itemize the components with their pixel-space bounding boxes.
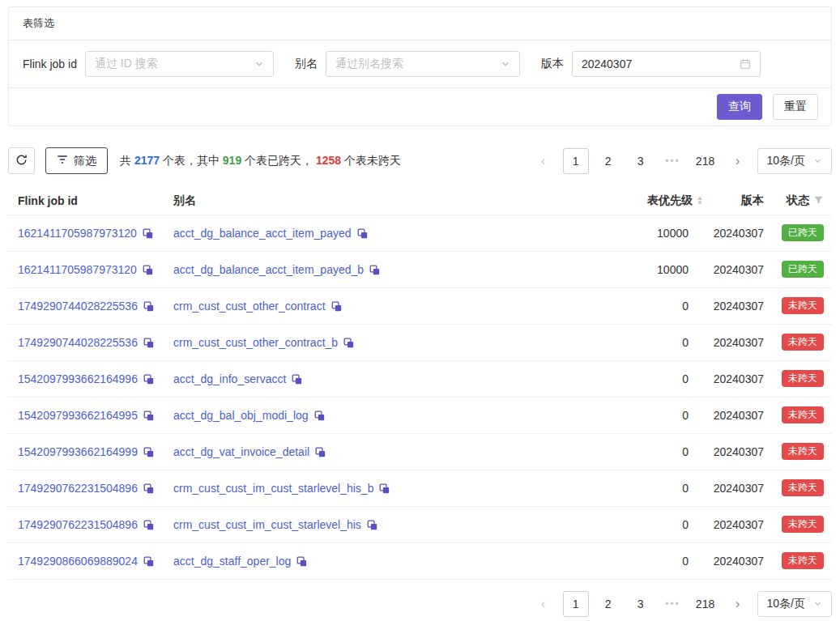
page-button-last[interactable]: 218 bbox=[693, 148, 718, 174]
prev-page-button[interactable]: ‹ bbox=[531, 148, 556, 174]
next-page-button[interactable]: › bbox=[725, 148, 751, 174]
column-priority-label: 表优先级 bbox=[647, 194, 693, 208]
summary-part: 共 bbox=[120, 154, 134, 167]
alias-link[interactable]: acct_dg_info_servacct bbox=[173, 372, 286, 385]
page-button-2[interactable]: 2 bbox=[595, 591, 621, 617]
version-value: 20240307 bbox=[705, 215, 765, 251]
alias-link[interactable]: acct_dg_balance_acct_item_payed bbox=[173, 227, 352, 240]
alias-link[interactable]: crm_cust_cust_other_contract bbox=[173, 300, 326, 313]
flink-job-id-select[interactable]: 通过 ID 搜索 bbox=[85, 51, 274, 77]
copy-id-button[interactable] bbox=[143, 447, 154, 457]
copy-id-button[interactable] bbox=[143, 265, 153, 275]
filter-funnel-icon[interactable] bbox=[813, 195, 824, 206]
page-button-1[interactable]: 1 bbox=[563, 591, 589, 617]
version-date-input[interactable]: 20240307 bbox=[572, 51, 761, 77]
flink-job-id-link[interactable]: 1542097993662164995 bbox=[18, 409, 138, 422]
table-header-row: Flink job id 别名 表优先级 ▲▼ 版本 状态 bbox=[8, 187, 832, 215]
column-flink-job-id: Flink job id bbox=[8, 187, 167, 215]
column-priority[interactable]: 表优先级 ▲▼ bbox=[575, 187, 705, 215]
copy-alias-button[interactable] bbox=[331, 301, 342, 312]
status-badge: 未跨天 bbox=[782, 370, 824, 388]
version-value: 20240307 bbox=[705, 287, 765, 324]
filter-panel: 表筛选 Flink job id 通过 ID 搜索 别名 通过别名搜索 bbox=[8, 6, 832, 126]
copy-id-button[interactable] bbox=[143, 338, 154, 348]
data-table: Flink job id 别名 表优先级 ▲▼ 版本 状态 bbox=[8, 187, 832, 580]
summary-text: 共 2177 个表，其中 919 个表已跨天， 1258 个表未跨天 bbox=[120, 154, 401, 168]
flink-job-id-link[interactable]: 1749290866069889024 bbox=[18, 555, 138, 568]
flink-job-id-label: Flink job id bbox=[23, 57, 77, 70]
query-button[interactable]: 查询 bbox=[717, 94, 762, 120]
copy-id-button[interactable] bbox=[143, 301, 154, 312]
page-size-value: 10条/页 bbox=[767, 597, 805, 611]
flink-job-id-link[interactable]: 1542097993662164996 bbox=[18, 372, 138, 385]
page-button-3[interactable]: 3 bbox=[628, 148, 654, 174]
crossed-count: 919 bbox=[223, 154, 241, 167]
copy-alias-button[interactable] bbox=[379, 483, 390, 494]
refresh-button[interactable] bbox=[8, 147, 35, 174]
version-value: 20240307 bbox=[705, 433, 765, 470]
copy-id-button[interactable] bbox=[143, 556, 154, 567]
alias-link[interactable]: acct_dg_bal_obj_modi_log bbox=[173, 409, 309, 422]
alias-link[interactable]: crm_cust_cust_im_cust_starlevel_his bbox=[173, 518, 361, 531]
alias-link[interactable]: acct_dg_staff_oper_log bbox=[173, 555, 291, 568]
flink-job-id-link[interactable]: 1621411705987973120 bbox=[18, 263, 137, 276]
bottom-bar: ‹ 1 2 3 ••• 218 › 10条/页 bbox=[8, 591, 832, 617]
page-size-value: 10条/页 bbox=[767, 154, 805, 168]
page-button-3[interactable]: 3 bbox=[628, 591, 654, 617]
copy-alias-button[interactable] bbox=[315, 447, 326, 457]
flink-job-id-link[interactable]: 1542097993662164999 bbox=[18, 445, 138, 458]
table-row: 1542097993662164996 acct_dg_info_servacc… bbox=[8, 360, 832, 397]
status-badge: 未跨天 bbox=[782, 406, 824, 424]
table-row: 1621411705987973120 acct_dg_balance_acct… bbox=[8, 215, 832, 251]
version-value: 20240307 bbox=[705, 542, 765, 579]
table-row: 1749290762231504896 crm_cust_cust_im_cus… bbox=[8, 506, 832, 542]
pagination-ellipsis[interactable]: ••• bbox=[660, 591, 686, 617]
alias-link[interactable]: acct_dg_balance_acct_item_payed_b bbox=[173, 263, 364, 276]
page-size-select[interactable]: 10条/页 bbox=[757, 148, 832, 174]
column-alias: 别名 bbox=[167, 187, 575, 215]
copy-alias-button[interactable] bbox=[357, 228, 368, 239]
flink-job-id-link[interactable]: 1749290762231504896 bbox=[18, 482, 138, 495]
copy-icon bbox=[296, 556, 307, 567]
flink-job-id-link[interactable]: 1749290744028225536 bbox=[18, 300, 138, 313]
alias-link[interactable]: crm_cust_cust_other_contract_b bbox=[173, 336, 338, 349]
copy-icon bbox=[315, 447, 326, 457]
copy-id-button[interactable] bbox=[143, 520, 154, 530]
copy-id-button[interactable] bbox=[143, 483, 154, 494]
reset-button[interactable]: 重置 bbox=[773, 94, 818, 120]
next-page-button[interactable]: › bbox=[725, 591, 751, 617]
copy-icon bbox=[143, 338, 154, 348]
copy-id-button[interactable] bbox=[143, 410, 154, 421]
prev-page-button[interactable]: ‹ bbox=[531, 591, 556, 617]
sort-icons[interactable]: ▲▼ bbox=[697, 196, 703, 206]
priority-value: 0 bbox=[575, 542, 705, 579]
copy-alias-button[interactable] bbox=[296, 556, 307, 567]
version-value: 20240307 bbox=[705, 470, 765, 506]
copy-alias-button[interactable] bbox=[367, 520, 377, 530]
copy-alias-button[interactable] bbox=[369, 265, 380, 275]
summary-part: 个表未跨天 bbox=[341, 154, 401, 167]
alias-link[interactable]: crm_cust_cust_im_cust_starlevel_his_b bbox=[173, 482, 373, 495]
alias-select[interactable]: 通过别名搜索 bbox=[326, 51, 520, 77]
copy-id-button[interactable] bbox=[143, 228, 153, 239]
page-button-2[interactable]: 2 bbox=[595, 148, 621, 174]
priority-value: 0 bbox=[575, 397, 705, 433]
flink-job-id-link[interactable]: 1749290762231504896 bbox=[18, 518, 138, 531]
flink-job-id-link[interactable]: 1749290744028225536 bbox=[18, 336, 138, 349]
pagination-ellipsis[interactable]: ••• bbox=[660, 148, 686, 174]
column-status-label: 状态 bbox=[787, 194, 809, 208]
copy-alias-button[interactable] bbox=[292, 374, 302, 385]
copy-alias-button[interactable] bbox=[314, 410, 325, 421]
table-row: 1621411705987973120 acct_dg_balance_acct… bbox=[8, 251, 832, 287]
filter-button[interactable]: 筛选 bbox=[45, 147, 108, 174]
page-button-last[interactable]: 218 bbox=[693, 591, 718, 617]
copy-alias-button[interactable] bbox=[343, 338, 354, 348]
alias-link[interactable]: acct_dg_vat_invoice_detail bbox=[173, 445, 309, 458]
copy-id-button[interactable] bbox=[143, 374, 154, 385]
page-button-1[interactable]: 1 bbox=[563, 148, 589, 174]
column-version: 版本 bbox=[705, 187, 765, 215]
total-count: 2177 bbox=[134, 154, 160, 167]
flink-job-id-link[interactable]: 1621411705987973120 bbox=[18, 227, 137, 240]
page-size-select[interactable]: 10条/页 bbox=[757, 591, 832, 617]
version-label: 版本 bbox=[541, 57, 564, 71]
